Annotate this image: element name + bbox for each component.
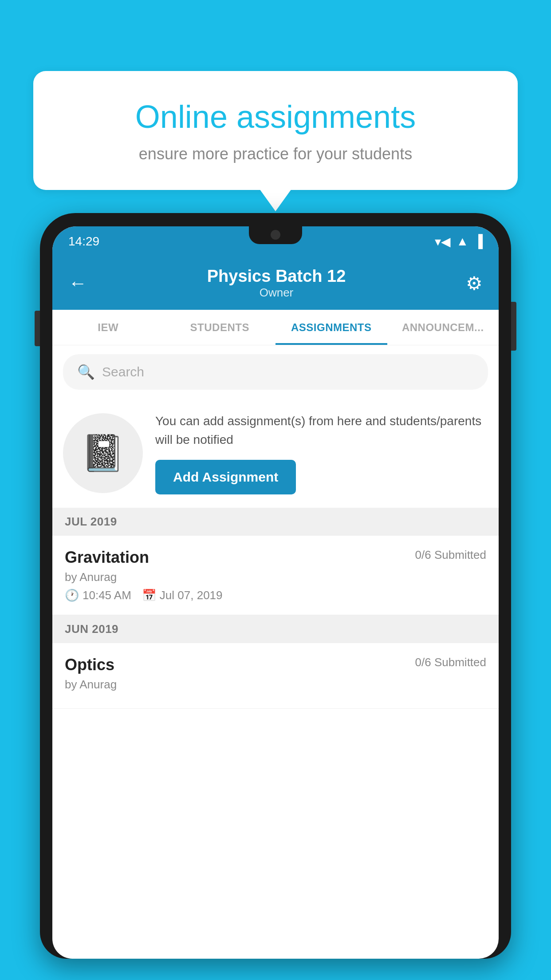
tabs-bar: IEW STUDENTS ASSIGNMENTS ANNOUNCEM... bbox=[52, 310, 499, 345]
search-icon: 🔍 bbox=[77, 364, 95, 380]
assignment-meta-gravitation: 🕐 10:45 AM 📅 Jul 07, 2019 bbox=[65, 589, 486, 602]
wifi-icon: ▾◀ bbox=[435, 234, 451, 249]
bubble-subtitle: ensure more practice for your students bbox=[64, 145, 487, 163]
assignment-top: Gravitation 0/6 Submitted bbox=[65, 548, 486, 567]
search-box[interactable]: 🔍 Search bbox=[63, 354, 488, 390]
assignment-gravitation[interactable]: Gravitation 0/6 Submitted by Anurag 🕐 10… bbox=[52, 536, 499, 615]
status-icons: ▾◀ ▲ ▐ bbox=[435, 234, 483, 249]
phone-camera bbox=[271, 230, 280, 240]
promo-bubble: Online assignments ensure more practice … bbox=[33, 71, 518, 190]
search-container: 🔍 Search bbox=[52, 345, 499, 399]
assignment-optics[interactable]: Optics 0/6 Submitted by Anurag bbox=[52, 643, 499, 709]
assignment-date: Jul 07, 2019 bbox=[160, 589, 223, 602]
settings-icon[interactable]: ⚙ bbox=[466, 273, 483, 294]
meta-time: 🕐 10:45 AM bbox=[65, 589, 131, 602]
bubble-title: Online assignments bbox=[64, 98, 487, 136]
phone-button-right bbox=[511, 302, 516, 351]
speech-bubble: Online assignments ensure more practice … bbox=[33, 71, 518, 190]
phone-mockup: 14:29 ▾◀ ▲ ▐ ← Physics Batch 12 Owner ⚙ bbox=[40, 213, 511, 980]
assignment-author-optics: by Anurag bbox=[65, 678, 486, 692]
tab-iew[interactable]: IEW bbox=[52, 310, 164, 345]
notebook-icon: 📓 bbox=[81, 432, 125, 474]
header-title: Physics Batch 12 bbox=[207, 267, 346, 286]
back-button[interactable]: ← bbox=[68, 273, 87, 294]
app-header: ← Physics Batch 12 Owner ⚙ bbox=[52, 257, 499, 310]
search-placeholder: Search bbox=[102, 364, 144, 379]
signal-icon: ▲ bbox=[456, 234, 468, 249]
battery-icon: ▐ bbox=[474, 234, 483, 249]
tab-assignments[interactable]: ASSIGNMENTS bbox=[276, 310, 387, 345]
header-subtitle: Owner bbox=[207, 286, 346, 300]
info-card: 📓 You can add assignment(s) from here an… bbox=[52, 399, 499, 508]
info-content: You can add assignment(s) from here and … bbox=[155, 412, 488, 494]
section-jul2019: JUL 2019 bbox=[52, 508, 499, 536]
assignment-status-gravitation: 0/6 Submitted bbox=[415, 548, 486, 562]
add-assignment-button[interactable]: Add Assignment bbox=[155, 460, 296, 494]
assignment-author-gravitation: by Anurag bbox=[65, 570, 486, 584]
info-text: You can add assignment(s) from here and … bbox=[155, 412, 488, 449]
assignment-title-gravitation: Gravitation bbox=[65, 548, 149, 567]
meta-date: 📅 Jul 07, 2019 bbox=[142, 589, 223, 602]
calendar-icon: 📅 bbox=[142, 589, 156, 602]
phone-screen: 14:29 ▾◀ ▲ ▐ ← Physics Batch 12 Owner ⚙ bbox=[52, 226, 499, 959]
section-jun2019: JUN 2019 bbox=[52, 615, 499, 643]
clock-icon: 🕐 bbox=[65, 589, 79, 602]
status-time: 14:29 bbox=[68, 234, 99, 249]
assignment-icon-circle: 📓 bbox=[63, 413, 143, 493]
assignment-status-optics: 0/6 Submitted bbox=[415, 656, 486, 669]
assignment-top-optics: Optics 0/6 Submitted bbox=[65, 656, 486, 674]
tab-students[interactable]: STUDENTS bbox=[164, 310, 276, 345]
header-title-block: Physics Batch 12 Owner bbox=[207, 267, 346, 300]
tab-announcements[interactable]: ANNOUNCEM... bbox=[387, 310, 499, 345]
assignment-time: 10:45 AM bbox=[83, 589, 131, 602]
phone-button-left bbox=[35, 311, 40, 346]
assignment-title-optics: Optics bbox=[65, 656, 114, 674]
